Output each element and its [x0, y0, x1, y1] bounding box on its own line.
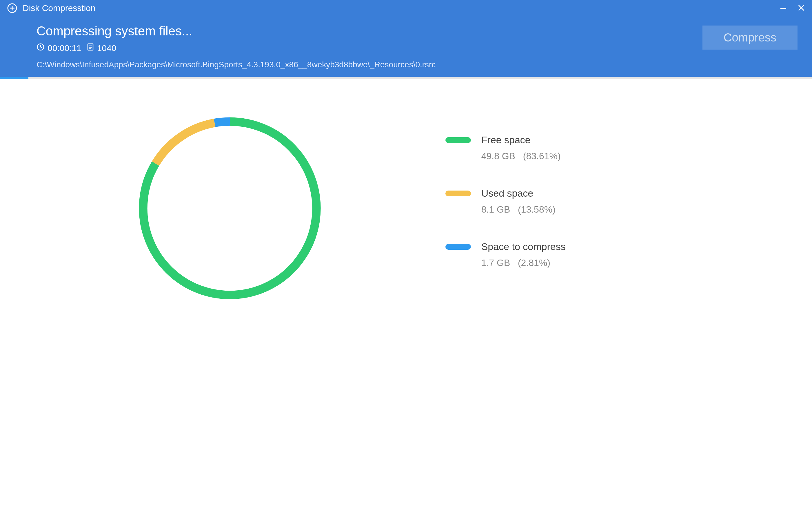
legend-label: Free space: [481, 134, 561, 145]
titlebar: Disk Compresstion: [0, 0, 812, 16]
legend-text: Space to compress1.7 GB (2.81%): [481, 241, 566, 268]
chart-area: [23, 114, 437, 500]
app-logo-icon: [7, 3, 18, 13]
header-main: Compressing system files... 00:00:11: [0, 16, 812, 53]
legend-swatch: [445, 137, 471, 143]
status-block: Compressing system files... 00:00:11: [36, 24, 702, 53]
donut-segment: [155, 123, 215, 164]
file-icon: [87, 43, 94, 53]
legend-swatch: [445, 244, 471, 250]
header: Disk Compresstion Compressing system fil…: [0, 0, 812, 77]
legend-item: Free space49.8 GB (83.61%): [445, 134, 789, 162]
app-window: Disk Compresstion Compressing system fil…: [0, 0, 812, 518]
file-count-meta: 1040: [87, 43, 116, 53]
legend-value: 1.7 GB (2.81%): [481, 257, 566, 268]
legend-item: Space to compress1.7 GB (2.81%): [445, 241, 789, 268]
legend-item: Used space8.1 GB (13.58%): [445, 188, 789, 215]
body: Free space49.8 GB (83.61%)Used space8.1 …: [0, 79, 812, 518]
progress-fill: [0, 77, 28, 79]
elapsed-time-value: 00:00:11: [48, 43, 81, 53]
current-file-path: C:\Windows\InfusedApps\Packages\Microsof…: [0, 53, 812, 69]
legend-value: 49.8 GB (83.61%): [481, 151, 561, 162]
legend-swatch: [445, 191, 471, 196]
minimize-button[interactable]: [780, 3, 787, 13]
donut-chart: [136, 114, 324, 302]
legend-text: Used space8.1 GB (13.58%): [481, 188, 555, 215]
progress-bar: [0, 77, 812, 79]
window-controls: [780, 3, 805, 13]
svg-line-8: [40, 47, 42, 48]
donut-segment: [215, 121, 230, 123]
legend-label: Used space: [481, 188, 555, 199]
elapsed-time-meta: 00:00:11: [36, 43, 81, 53]
status-meta: 00:00:11 1040: [36, 43, 702, 53]
file-count-value: 1040: [97, 43, 116, 53]
legend: Free space49.8 GB (83.61%)Used space8.1 …: [437, 114, 789, 500]
compress-button[interactable]: Compress: [702, 26, 798, 50]
legend-value: 8.1 GB (13.58%): [481, 204, 555, 215]
clock-icon: [36, 43, 45, 53]
status-title: Compressing system files...: [36, 24, 702, 38]
app-title: Disk Compresstion: [23, 3, 780, 13]
close-button[interactable]: [798, 3, 805, 13]
legend-text: Free space49.8 GB (83.61%): [481, 134, 561, 162]
legend-label: Space to compress: [481, 241, 566, 252]
